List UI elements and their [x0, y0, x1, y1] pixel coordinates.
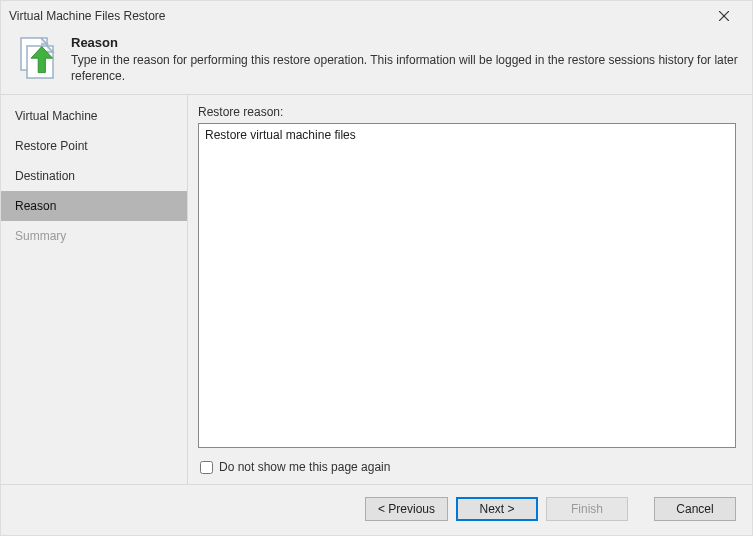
- sidebar-item-reason[interactable]: Reason: [1, 191, 187, 221]
- header-text: Reason Type in the reason for performing…: [71, 35, 740, 84]
- sidebar-item-label: Reason: [15, 199, 56, 213]
- header-title: Reason: [71, 35, 740, 50]
- close-button[interactable]: [704, 2, 744, 30]
- previous-button[interactable]: < Previous: [365, 497, 448, 521]
- dont-show-checkbox[interactable]: [200, 461, 213, 474]
- sidebar-item-label: Restore Point: [15, 139, 88, 153]
- wizard-window: Virtual Machine Files Restore Reason Typ…: [0, 0, 753, 536]
- dont-show-label: Do not show me this page again: [219, 460, 390, 474]
- close-icon: [719, 11, 729, 21]
- sidebar-item-label: Virtual Machine: [15, 109, 98, 123]
- sidebar-item-destination[interactable]: Destination: [1, 161, 187, 191]
- next-button[interactable]: Next >: [456, 497, 538, 521]
- sidebar-item-label: Summary: [15, 229, 66, 243]
- sidebar-item-summary: Summary: [1, 221, 187, 251]
- wizard-main: Restore reason: Do not show me this page…: [187, 95, 752, 484]
- reason-textarea[interactable]: [198, 123, 736, 448]
- dont-show-row: Do not show me this page again: [198, 458, 736, 474]
- wizard-body: Virtual Machine Restore Point Destinatio…: [1, 94, 752, 484]
- finish-button: Finish: [546, 497, 628, 521]
- sidebar-item-label: Destination: [15, 169, 75, 183]
- titlebar: Virtual Machine Files Restore: [1, 1, 752, 31]
- cancel-button[interactable]: Cancel: [654, 497, 736, 521]
- window-title: Virtual Machine Files Restore: [9, 9, 704, 23]
- sidebar-item-virtual-machine[interactable]: Virtual Machine: [1, 101, 187, 131]
- wizard-footer: < Previous Next > Finish Cancel: [1, 484, 752, 535]
- sidebar-item-restore-point[interactable]: Restore Point: [1, 131, 187, 161]
- reason-label: Restore reason:: [198, 105, 736, 119]
- wizard-header: Reason Type in the reason for performing…: [1, 31, 752, 94]
- restore-files-icon: [15, 35, 59, 79]
- header-description: Type in the reason for performing this r…: [71, 52, 740, 84]
- wizard-sidebar: Virtual Machine Restore Point Destinatio…: [1, 95, 187, 484]
